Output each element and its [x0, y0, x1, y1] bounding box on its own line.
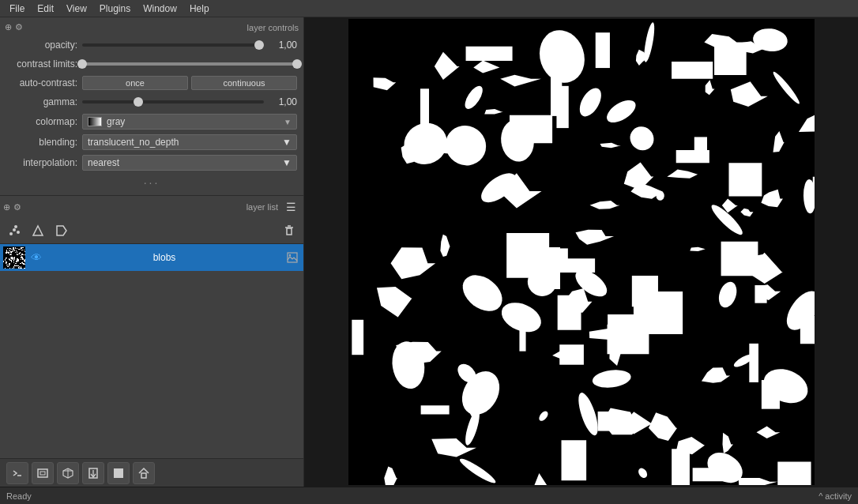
blending-arrow-icon: ▼ [282, 137, 292, 148]
grid-btn[interactable] [107, 462, 130, 484]
status-bar: Ready ^ activity [0, 487, 858, 504]
interpolation-arrow-icon: ▼ [282, 157, 292, 168]
auto-contrast-once-btn[interactable]: once [82, 76, 188, 90]
status-text: Ready [6, 491, 32, 501]
settings-icon: ⚙ [15, 22, 23, 32]
colormap-row: colormap: gray ▼ [0, 111, 303, 132]
dual-slider-fill [82, 62, 297, 66]
thumbnail-canvas [3, 246, 25, 269]
layer-controls-header: ⊕ ⚙ layer controls [0, 21, 303, 34]
menu-edit[interactable]: Edit [31, 2, 60, 16]
interpolation-row: interpolation: nearest ▼ [0, 152, 303, 173]
svg-rect-25 [120, 475, 123, 478]
svg-rect-24 [117, 475, 120, 478]
main-area: ⊕ ⚙ layer controls opacity: 1,00 contras… [0, 17, 858, 487]
blending-label: blending: [6, 137, 77, 148]
layer-list-settings-icon: ⚙ [13, 202, 21, 213]
terminal-btn[interactable] [6, 462, 28, 484]
contrast-slider-container[interactable] [82, 57, 297, 71]
gamma-value: 1,00 [269, 96, 297, 107]
more-options[interactable]: ··· [0, 173, 303, 192]
blending-select[interactable]: translucent_no_depth ▼ [82, 134, 297, 150]
auto-contrast-continuous-btn[interactable]: continuous [191, 76, 297, 90]
points-icon [8, 224, 21, 237]
opacity-slider[interactable] [82, 43, 264, 47]
contrast-limits-label: contrast limits: [6, 58, 77, 70]
svg-point-2 [17, 231, 20, 234]
svg-point-3 [14, 225, 17, 228]
svg-rect-12 [40, 472, 45, 475]
home-icon [137, 467, 150, 480]
layer-list-panel: ⊕ ⚙ layer list ☰ [0, 195, 303, 458]
points-layer-btn[interactable] [3, 220, 25, 242]
activity-text[interactable]: ^ activity [818, 491, 852, 501]
left-panel: ⊕ ⚙ layer controls opacity: 1,00 contras… [0, 17, 304, 487]
menu-window[interactable]: Window [137, 2, 183, 16]
save-icon [87, 467, 100, 480]
colormap-value: gray [107, 116, 284, 127]
opacity-label: opacity: [6, 39, 77, 51]
colormap-preview [88, 117, 102, 126]
dual-slider-track [82, 62, 297, 66]
blending-row: blending: translucent_no_depth ▼ [0, 132, 303, 152]
layer-toolbar [0, 218, 303, 244]
contrast-limits-row: contrast limits: [0, 55, 303, 73]
svg-point-1 [13, 228, 16, 231]
layer-controls-title: layer controls [23, 23, 299, 32]
save-btn[interactable] [82, 462, 104, 484]
opacity-slider-container[interactable] [82, 38, 264, 52]
gamma-slider-container[interactable] [82, 95, 264, 109]
auto-contrast-label: auto-contrast: [6, 77, 77, 88]
svg-rect-23 [114, 475, 117, 478]
terminal-icon [11, 467, 24, 480]
svg-rect-26 [141, 473, 146, 478]
svg-rect-5 [287, 228, 292, 235]
layer-thumbnail-blobs [3, 246, 25, 269]
home-btn[interactable] [133, 462, 155, 484]
blending-value: translucent_no_depth [88, 137, 179, 148]
svg-point-0 [9, 232, 13, 235]
interpolation-value: nearest [88, 157, 119, 168]
shapes-layer-btn[interactable] [27, 220, 49, 242]
layer-name-blobs: blobs [47, 252, 281, 263]
menu-view[interactable]: View [60, 2, 93, 16]
menu-help[interactable]: Help [183, 2, 216, 16]
menu-file[interactable]: File [3, 2, 31, 16]
interpolation-select[interactable]: nearest ▼ [82, 155, 297, 171]
gamma-slider[interactable] [82, 100, 264, 103]
menu-plugins[interactable]: Plugins [93, 2, 137, 16]
layer-list-menu-btn[interactable]: ☰ [281, 197, 300, 216]
svg-rect-17 [114, 468, 117, 472]
layer-list-header: ⊕ ⚙ layer list ☰ [0, 196, 303, 218]
svg-rect-20 [114, 472, 117, 475]
blobs-canvas [348, 19, 815, 485]
opacity-row: opacity: 1,00 [0, 36, 303, 55]
contrast-thumb-right[interactable] [292, 59, 302, 69]
layer-image-icon [284, 250, 300, 265]
auto-contrast-row: auto-contrast: once continuous [0, 73, 303, 92]
colormap-select[interactable]: gray ▼ [82, 114, 297, 130]
svg-marker-4 [33, 226, 43, 235]
image-icon [287, 252, 298, 263]
labels-layer-btn[interactable] [51, 220, 73, 242]
screenshot-btn[interactable] [32, 462, 54, 484]
delete-layer-btn[interactable] [278, 220, 300, 242]
3d-btn[interactable] [57, 462, 79, 484]
layer-eye-icon[interactable]: 👁 [28, 250, 44, 265]
panel-header-tools: ⊕ ⚙ [5, 22, 23, 32]
layer-item-blobs[interactable]: 👁 blobs [0, 244, 303, 271]
screenshot-icon [36, 467, 49, 480]
canvas-area[interactable] [304, 17, 858, 487]
svg-rect-21 [117, 472, 120, 475]
auto-contrast-buttons: once continuous [82, 76, 297, 90]
layer-list-lock-icon: ⊕ [3, 202, 10, 213]
layer-list-title: layer list [24, 202, 278, 212]
gamma-label: gamma: [6, 96, 77, 107]
lock-icon: ⊕ [5, 22, 12, 32]
svg-rect-22 [120, 472, 123, 475]
contrast-thumb-left[interactable] [77, 59, 87, 69]
svg-point-9 [289, 254, 291, 256]
bottom-toolbar [0, 458, 303, 487]
labels-icon [55, 224, 68, 237]
svg-rect-19 [120, 468, 123, 472]
